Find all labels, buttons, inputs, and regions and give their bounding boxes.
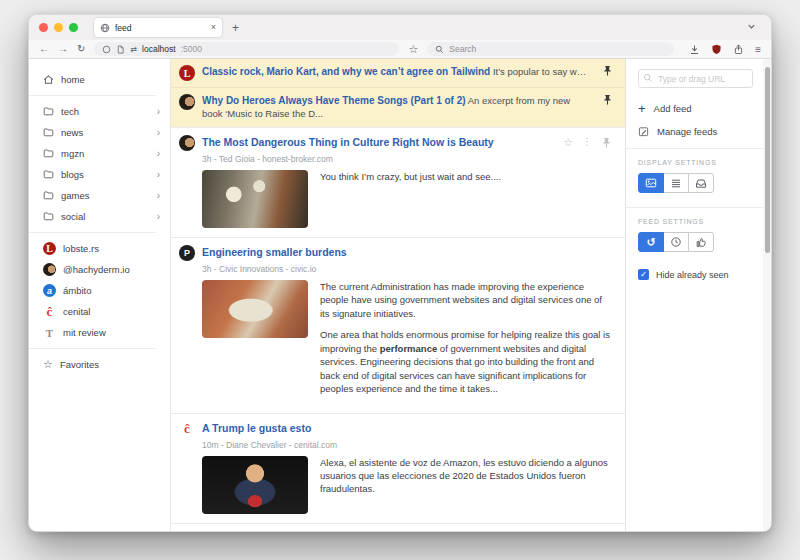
article-del-toro[interactable]: W Guillermo del Toro revela por qué no d… [171,523,625,532]
sidebar-item-favorites[interactable]: ☆ Favorites [43,354,170,375]
article-thumbnail[interactable] [202,170,308,228]
reload-button[interactable]: ↻ [77,44,85,54]
display-compact-view-button[interactable] [688,173,714,193]
pinned-title-link[interactable]: Why Do Heroes Always Have Theme Songs (P… [202,95,466,106]
manage-feeds-button[interactable]: Manage feeds [638,126,753,137]
chevron-right-icon: › [157,169,160,180]
pin-icon[interactable] [602,65,613,76]
bookmark-star-icon[interactable]: ☆ [408,43,418,56]
article-title-link[interactable]: Engineering smaller burdens [202,246,347,259]
article-trump[interactable]: ĉ A Trump le gusta esto 10m - Diane Chev… [171,413,625,523]
article-summary: Alexa, el asistente de voz de Amazon, le… [320,456,611,496]
url-bar[interactable]: ⇄ localhost:5000 [94,42,399,56]
scrollbar-thumb[interactable] [765,67,770,253]
pin-icon[interactable] [602,94,613,105]
home-icon [43,74,54,85]
pinned-title-link[interactable]: Classic rock, Mario Kart, and why we can… [202,66,490,77]
folder-label: games [61,190,90,201]
lobsters-avatar: L [179,65,195,81]
article-beauty[interactable]: ☆ ⋮ The Most Dangerous Thing in Culture … [171,127,625,237]
forward-button[interactable]: → [58,44,68,54]
sidebar-feed-mit-review[interactable]: T mit review [43,322,170,343]
chevron-right-icon: › [157,148,160,159]
sidebar-folder-blogs[interactable]: blogs › [43,164,170,185]
article-thumbnail[interactable] [202,456,308,514]
window-zoom-button[interactable] [69,23,78,32]
divider [626,148,771,149]
folder-icon [43,106,54,117]
article-title-link[interactable]: A Trump le gusta esto [202,422,311,435]
wordpress-icon: W [179,531,195,532]
checkbox-checked-icon[interactable]: ✓ [638,269,649,280]
feed-time-sort-button[interactable] [663,232,689,252]
browser-toolbar: ← → ↻ ⇄ localhost:5000 ☆ Search [29,40,771,59]
sidebar-folder-mgzn[interactable]: mgzn › [43,143,170,164]
folder-label: news [61,127,83,138]
folder-label: blogs [61,169,84,180]
article-engineering-burdens[interactable]: P Engineering smaller burdens 3h - Civic… [171,237,625,413]
search-icon [643,73,653,83]
shield-icon[interactable]: ⇄ [130,45,137,54]
folder-label: mgzn [61,148,84,159]
folder-icon [43,127,54,138]
downloads-icon[interactable] [689,44,700,55]
browser-tab-bar: feed × + [29,15,771,40]
sidebar-folder-tech[interactable]: tech › [43,101,170,122]
page-info-icon[interactable] [116,45,125,54]
feed-list: L Classic rock, Mario Kart, and why we c… [171,59,625,531]
favorites-label: Favorites [60,359,99,370]
feed-history-sort-button[interactable]: ↺ [638,232,664,252]
sidebar-feed-hachyderm[interactable]: @hachyderm.io [43,259,170,280]
menu-icon[interactable]: ≡ [755,44,761,55]
display-list-view-button[interactable] [663,173,689,193]
feed-name: ámbito [63,285,92,296]
sidebar-folder-games[interactable]: games › [43,185,170,206]
browser-search-bar[interactable]: Search [427,42,674,56]
chevron-right-icon: › [157,190,160,201]
feed-reader-app: home tech › news › mgzn › blogs › [29,59,771,531]
feed-url-input[interactable] [638,69,753,88]
pinned-article-theme-songs[interactable]: Why Do Heroes Always Have Theme Songs (P… [171,87,625,127]
folder-icon [43,190,54,201]
new-tab-button[interactable]: + [232,22,239,34]
sidebar-feed-ambito[interactable]: a ámbito [43,280,170,301]
feed-name: mit review [63,327,106,338]
folder-icon [43,148,54,159]
window-close-button[interactable] [39,23,48,32]
toolbar-extensions: ≡ [689,44,761,55]
hachyderm-avatar [43,263,56,276]
pin-icon[interactable] [601,137,612,148]
pinned-article-tailwind[interactable]: L Classic rock, Mario Kart, and why we c… [171,59,625,87]
add-feed-button[interactable]: + Add feed [638,102,753,115]
sidebar-feed-cenital[interactable]: ĉ cenital [43,301,170,322]
kebab-menu-icon[interactable]: ⋮ [582,137,592,147]
hide-seen-toggle[interactable]: ✓ Hide already seen [638,269,753,280]
article-thumbnail[interactable] [202,280,308,338]
sidebar-folder-social[interactable]: social › [43,206,170,227]
permissions-icon[interactable] [102,45,111,54]
sidebar-feed-lobsters[interactable]: L lobste.rs [43,238,170,259]
add-feed-label: Add feed [654,103,692,114]
browser-tab-feed[interactable]: feed × [94,18,222,37]
feed-likes-sort-button[interactable] [688,232,714,252]
scrollbar-track[interactable] [763,59,771,531]
sidebar-item-label: home [61,74,85,85]
chevron-right-icon: › [157,127,160,138]
sidebar-item-home[interactable]: home [43,69,170,90]
url-host: localhost [142,44,176,54]
manage-feeds-label: Manage feeds [657,126,717,137]
tab-close-icon[interactable]: × [211,23,216,32]
article-title-link[interactable]: The Most Dangerous Thing in Culture Righ… [202,136,494,149]
ublock-shield-icon[interactable] [711,44,722,55]
list-tabs-chevron-icon[interactable] [746,21,757,32]
left-sidebar: home tech › news › mgzn › blogs › [29,59,171,531]
window-minimize-button[interactable] [54,23,63,32]
display-card-view-button[interactable] [638,173,664,193]
back-button[interactable]: ← [39,44,49,54]
cenital-favicon: ĉ [43,305,56,318]
author-avatar: P [179,245,195,261]
folder-icon [43,169,54,180]
share-icon[interactable] [733,44,744,55]
sidebar-folder-news[interactable]: news › [43,122,170,143]
favorite-star-icon[interactable]: ☆ [563,137,573,148]
